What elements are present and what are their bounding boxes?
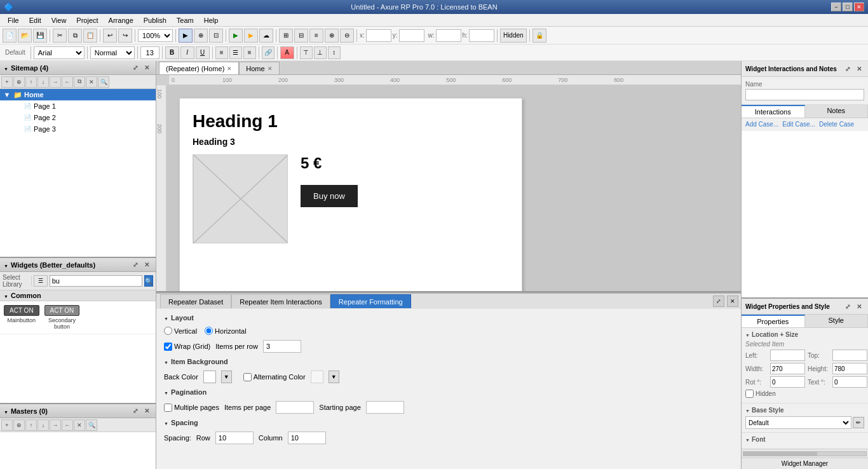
- toolbar-extra3[interactable]: ≡: [309, 29, 323, 43]
- paste-button[interactable]: 📋: [83, 29, 97, 43]
- menu-publish[interactable]: Publish: [139, 17, 172, 24]
- properties-close-icon[interactable]: ✕: [854, 301, 864, 311]
- new-button[interactable]: 📄: [3, 29, 17, 43]
- master-delete-button[interactable]: ✕: [74, 419, 85, 431]
- home-page-item[interactable]: ▼ 📁 Home: [0, 89, 156, 100]
- align-left[interactable]: ≡: [215, 46, 228, 59]
- search-page-button[interactable]: 🔍: [98, 76, 109, 88]
- masters-close-icon[interactable]: ✕: [142, 406, 152, 416]
- scrollbar-thumb[interactable]: [743, 452, 817, 456]
- spacing-section-header[interactable]: Spacing: [164, 419, 733, 426]
- menu-edit[interactable]: Edit: [24, 17, 46, 24]
- add-master-child-button[interactable]: ⊕: [13, 419, 25, 431]
- multiple-pages-checkbox[interactable]: [164, 404, 172, 412]
- height-coordinate[interactable]: [469, 29, 494, 42]
- preview-options[interactable]: ▶: [244, 29, 258, 43]
- master-up-button[interactable]: ↑: [25, 419, 37, 431]
- widget-name-input[interactable]: [745, 89, 864, 100]
- repeater-item-interactions-tab[interactable]: Repeater Item Interactions: [231, 294, 330, 308]
- indent-button[interactable]: →: [50, 76, 61, 88]
- add-master-button[interactable]: +: [1, 419, 13, 431]
- connect-tool[interactable]: ⊕: [194, 29, 208, 43]
- underline-button[interactable]: U: [196, 46, 210, 59]
- widget-search-button[interactable]: 🔍: [144, 275, 153, 287]
- menu-help[interactable]: Help: [199, 17, 224, 24]
- close-panel-button[interactable]: ✕: [727, 296, 738, 307]
- masters-expand-icon[interactable]: ⤢: [130, 406, 140, 416]
- align-right[interactable]: ≡: [243, 46, 256, 59]
- menu-project[interactable]: Project: [71, 17, 103, 24]
- vertical-radio[interactable]: Vertical: [164, 327, 197, 335]
- italic-button[interactable]: I: [180, 46, 194, 59]
- zoom-select[interactable]: 100% 75% 50% 150%: [138, 29, 173, 42]
- item-bg-section-header[interactable]: Item Background: [164, 358, 733, 365]
- master-indent-button[interactable]: →: [50, 419, 61, 431]
- y-coordinate[interactable]: [399, 29, 424, 42]
- width-coordinate[interactable]: [436, 29, 461, 42]
- widget-manager-button[interactable]: Widget Manager: [742, 458, 868, 469]
- interactions-expand-icon[interactable]: ⤢: [843, 64, 853, 74]
- add-child-button[interactable]: ⊕: [13, 76, 25, 88]
- sitemap-expand-icon[interactable]: ⤢: [130, 63, 140, 73]
- base-style-edit-icon[interactable]: ✏: [853, 417, 864, 428]
- page1-item[interactable]: 📄 Page 1: [0, 100, 156, 112]
- bold-button[interactable]: B: [165, 46, 179, 59]
- menu-team[interactable]: Team: [172, 17, 199, 24]
- minimize-button[interactable]: −: [831, 3, 841, 11]
- undo-button[interactable]: ↩: [103, 29, 117, 43]
- font-style-select[interactable]: Normal Bold Italic: [90, 46, 135, 59]
- library-menu-button[interactable]: ☰: [34, 275, 48, 287]
- master-search-button[interactable]: 🔍: [86, 419, 97, 431]
- properties-expand-icon[interactable]: ⤢: [843, 301, 853, 311]
- back-color-swatch[interactable]: [203, 370, 216, 383]
- properties-tab[interactable]: Properties: [742, 315, 805, 327]
- rot-input[interactable]: [770, 376, 805, 388]
- edit-case-link[interactable]: Edit Case...: [782, 121, 815, 128]
- menu-view[interactable]: View: [46, 17, 72, 24]
- alt-color-dropdown[interactable]: ▼: [329, 370, 339, 383]
- items-per-row-input[interactable]: [263, 340, 301, 353]
- secondarybutton-widget[interactable]: ACT ON Secondarybutton: [44, 305, 80, 330]
- page3-item[interactable]: 📄 Page 3: [0, 123, 156, 135]
- menu-arrange[interactable]: Arrange: [104, 17, 139, 24]
- wrap-checkbox-item[interactable]: Wrap (Grid): [164, 343, 210, 351]
- valign-bot[interactable]: ↕: [328, 46, 341, 59]
- alt-color-swatch[interactable]: [311, 370, 323, 383]
- repeater-dataset-tab[interactable]: Repeater Dataset: [160, 294, 231, 308]
- masters-collapse-icon[interactable]: [4, 407, 8, 415]
- select-library-link[interactable]: Select Library: [3, 274, 29, 288]
- interactions-tab[interactable]: Interactions: [742, 105, 805, 118]
- font-family-select[interactable]: Arial Verdana Times New Roman: [34, 46, 85, 59]
- hidden-checkbox-item[interactable]: Hidden: [745, 390, 776, 398]
- layout-section-header[interactable]: Layout: [164, 314, 733, 322]
- open-button[interactable]: 📂: [18, 29, 32, 43]
- text-color-btn[interactable]: A: [280, 46, 294, 59]
- horizontal-radio[interactable]: Horizontal: [205, 327, 247, 335]
- toolbar-extra5[interactable]: ⊖: [340, 29, 354, 43]
- style-tab[interactable]: Style: [805, 315, 869, 327]
- cut-button[interactable]: ✂: [53, 29, 67, 43]
- lock-button[interactable]: 🔒: [532, 29, 546, 43]
- top-input[interactable]: [832, 350, 867, 361]
- wrap-checkbox[interactable]: [164, 343, 172, 351]
- widget-search-input[interactable]: [50, 275, 142, 287]
- items-per-page-input[interactable]: [276, 401, 314, 414]
- toolbar-extra4[interactable]: ⊕: [325, 29, 339, 43]
- move-down-button[interactable]: ↓: [37, 76, 49, 88]
- preview-button[interactable]: ▶: [229, 29, 243, 43]
- widgets-expand-icon[interactable]: ⤢: [130, 260, 140, 270]
- select-tool[interactable]: ▶: [179, 29, 193, 43]
- starting-page-input[interactable]: [366, 401, 404, 414]
- add-case-link[interactable]: Add Case...: [745, 121, 778, 128]
- valign-mid[interactable]: ⊥: [314, 46, 327, 59]
- height-input[interactable]: [832, 363, 867, 374]
- hidden-toggle[interactable]: Hidden: [500, 29, 527, 43]
- toolbar-extra1[interactable]: ⊞: [279, 29, 293, 43]
- page2-item[interactable]: 📄 Page 2: [0, 112, 156, 123]
- notes-tab[interactable]: Notes: [805, 105, 869, 118]
- delete-case-link[interactable]: Delete Case: [819, 121, 854, 128]
- duplicate-button[interactable]: ⧉: [74, 76, 85, 88]
- base-style-select[interactable]: Default: [745, 416, 851, 429]
- pagination-section-header[interactable]: Pagination: [164, 388, 733, 396]
- sitemap-collapse-icon[interactable]: [4, 64, 8, 72]
